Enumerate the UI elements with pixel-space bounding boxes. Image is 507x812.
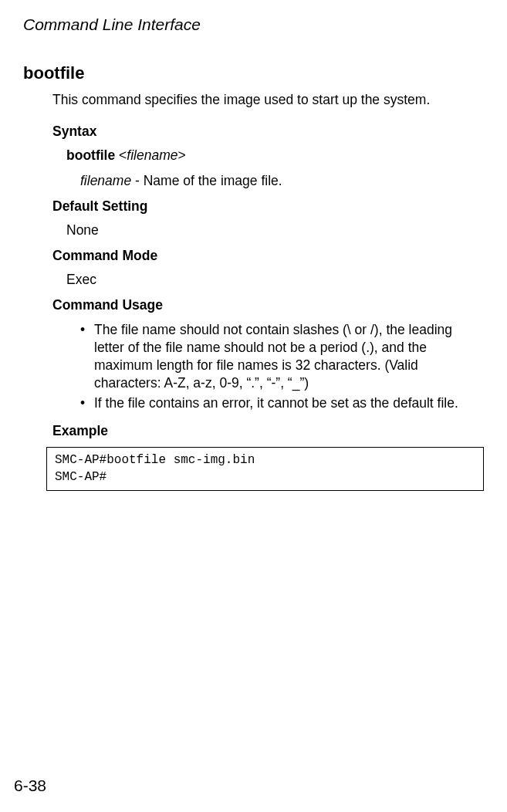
page-number: 6-38 <box>14 776 46 795</box>
default-setting-value: None <box>66 222 484 239</box>
page-header: Command Line Interface <box>23 15 484 34</box>
syntax-explain-param: filename <box>80 173 131 188</box>
syntax-open-bracket: < <box>119 147 127 163</box>
command-mode-heading: Command Mode <box>52 248 484 264</box>
example-code-block: SMC-AP#bootfile smc-img.bin SMC-AP# <box>46 447 484 491</box>
command-usage-heading: Command Usage <box>52 297 484 313</box>
syntax-heading: Syntax <box>52 123 484 140</box>
syntax-command: bootfile <box>66 147 115 163</box>
example-heading: Example <box>52 423 484 439</box>
command-description: This command specifies the image used to… <box>52 91 484 110</box>
default-setting-heading: Default Setting <box>52 198 484 215</box>
syntax-close-bracket: > <box>177 147 185 163</box>
list-item: The file name should not contain slashes… <box>80 321 484 393</box>
command-usage-list: The file name should not contain slashes… <box>80 321 484 412</box>
command-name-heading: bootfile <box>23 63 484 83</box>
syntax-line: bootfile <filename> <box>66 147 484 164</box>
syntax-explanation: filename - Name of the image file. <box>80 173 484 189</box>
syntax-explain-text: - Name of the image file. <box>131 173 282 188</box>
syntax-param: filename <box>127 147 177 163</box>
list-item: If the file contains an error, it cannot… <box>80 394 484 412</box>
command-mode-value: Exec <box>66 272 484 288</box>
